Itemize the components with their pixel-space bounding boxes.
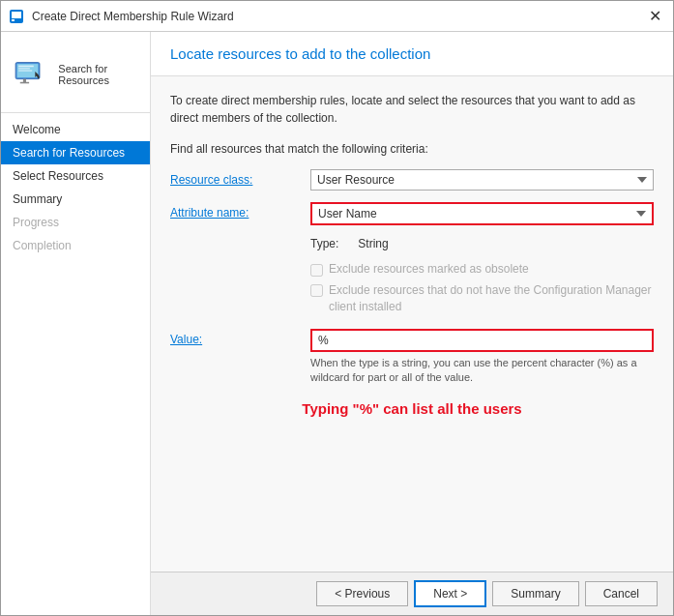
page-title: Locate resources to add to the collectio… xyxy=(170,45,430,62)
sidebar-item-summary[interactable]: Summary xyxy=(1,188,150,211)
footer: < Previous Next > Summary Cancel xyxy=(151,572,673,615)
svg-rect-9 xyxy=(20,82,29,84)
exclude-no-client-label: Exclude resources that do not have the C… xyxy=(329,282,654,315)
svg-rect-6 xyxy=(18,68,30,70)
sidebar-item-select-resources[interactable]: Select Resources xyxy=(1,164,150,188)
resource-class-label[interactable]: Resource class: xyxy=(170,169,310,187)
sidebar: Search for Resources Welcome Search for … xyxy=(1,32,151,615)
attribute-name-label[interactable]: Attribute name: xyxy=(170,202,310,220)
cancel-button[interactable]: Cancel xyxy=(585,581,658,606)
type-label: Type: xyxy=(310,237,338,250)
checkbox1-row: Exclude resources marked as obsolete xyxy=(310,262,654,277)
type-value: String xyxy=(358,237,388,250)
value-input[interactable] xyxy=(310,329,654,352)
wizard-title-icon xyxy=(9,9,24,24)
main-content: Locate resources to add to the collectio… xyxy=(151,32,673,615)
sidebar-wizard-title: Search for Resources xyxy=(58,63,138,86)
attribute-name-wrap: User Name Distinguished Name Mail Displa… xyxy=(310,202,654,225)
sidebar-nav: Welcome Search for Resources Select Reso… xyxy=(1,118,150,257)
title-bar: Create Direct Membership Rule Wizard ✕ xyxy=(1,1,673,32)
value-hint: When the type is a string, you can use t… xyxy=(310,356,654,386)
page-header: Locate resources to add to the collectio… xyxy=(151,32,673,76)
close-button[interactable]: ✕ xyxy=(645,7,665,25)
title-bar-left: Create Direct Membership Rule Wizard xyxy=(9,9,234,24)
page-body: To create direct membership rules, locat… xyxy=(151,76,673,572)
resource-class-row: Resource class: User Resource System Res… xyxy=(170,169,654,191)
criteria-label: Find all resources that match the follow… xyxy=(170,142,654,156)
sidebar-header: Search for Resources xyxy=(1,42,150,113)
attribute-name-row: Attribute name: User Name Distinguished … xyxy=(170,202,654,225)
sidebar-item-welcome[interactable]: Welcome xyxy=(1,118,150,141)
svg-rect-1 xyxy=(12,12,21,18)
content-area: Search for Resources Welcome Search for … xyxy=(1,32,673,615)
next-button[interactable]: Next > xyxy=(414,580,486,607)
previous-button[interactable]: < Previous xyxy=(316,581,408,606)
value-row: Value: When the type is a string, you ca… xyxy=(170,329,654,386)
window-title: Create Direct Membership Rule Wizard xyxy=(32,10,234,23)
value-label[interactable]: Value: xyxy=(170,329,310,346)
resource-class-wrap: User Resource System Resource xyxy=(310,169,654,191)
type-row: Type: String xyxy=(310,237,654,250)
description-text: To create direct membership rules, locat… xyxy=(170,92,654,127)
attribute-name-select[interactable]: User Name Distinguished Name Mail Displa… xyxy=(310,202,654,225)
sidebar-item-completion: Completion xyxy=(1,234,150,257)
summary-button[interactable]: Summary xyxy=(492,581,578,606)
sidebar-item-search-for-resources[interactable]: Search for Resources xyxy=(1,141,150,164)
svg-rect-5 xyxy=(18,66,34,68)
annotation-text: Typing "%" can list all the users xyxy=(170,400,654,417)
sidebar-item-progress: Progress xyxy=(1,211,150,234)
svg-rect-7 xyxy=(18,70,32,72)
checkbox2-row: Exclude resources that do not have the C… xyxy=(310,282,654,315)
value-wrap: When the type is a string, you can use t… xyxy=(310,329,654,386)
exclude-no-client-checkbox[interactable] xyxy=(310,284,323,297)
svg-rect-2 xyxy=(12,19,15,21)
computer-icon xyxy=(13,51,48,98)
exclude-obsolete-checkbox[interactable] xyxy=(310,264,323,277)
exclude-obsolete-label: Exclude resources marked as obsolete xyxy=(329,262,529,276)
resource-class-select[interactable]: User Resource System Resource xyxy=(310,169,654,191)
wizard-window: Create Direct Membership Rule Wizard ✕ xyxy=(0,0,674,616)
